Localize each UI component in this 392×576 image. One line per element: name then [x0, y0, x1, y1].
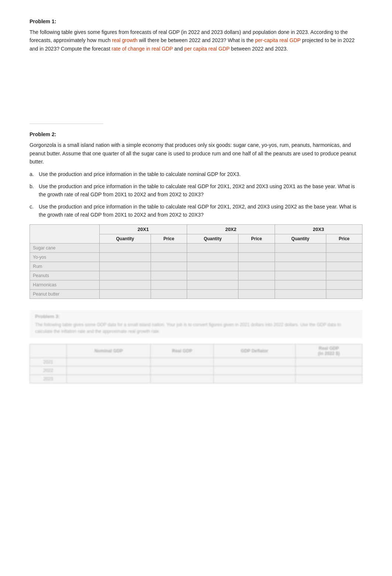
table-row-peanutbutter: Peanut butter [30, 290, 362, 299]
section-divider [30, 124, 103, 124]
problem-1-title: Problem 1: [30, 18, 362, 24]
table-cell-rum-label: Rum [30, 262, 100, 271]
p3-cell-2022-nominal [67, 366, 151, 375]
table-cell-harmonicas-label: Harmonicas [30, 280, 100, 290]
table-cell-pb-20x1-price [151, 290, 187, 299]
problem-3-section: Problem 3: The following table gives som… [30, 310, 362, 338]
problem-2-label-a: a. [30, 170, 39, 178]
problem-1-highlight-real-growth: real growth [112, 37, 137, 43]
p3-cell-2022-deflator [214, 366, 295, 375]
table-cell-pn-20x1-price [151, 271, 187, 280]
problem-2-text-c: Use the production and price information… [39, 203, 362, 219]
table-cell-yy-20x2-qty [187, 253, 238, 262]
problem-2-title: Problem 2: [30, 131, 362, 137]
problem-1-text-part-4: and [173, 46, 184, 52]
p3-cell-2022-real2022 [295, 366, 362, 375]
table-cell-pn-20x2-qty [187, 271, 238, 280]
table-cell-sugarcane-label: Sugar cane [30, 244, 100, 253]
table-cell-rum-20x3-qty [275, 262, 326, 271]
table-cell-yy-20x1-price [151, 253, 187, 262]
table-row-peanuts: Peanuts [30, 271, 362, 280]
table-cell-sc-20x2-qty [187, 244, 238, 253]
table-cell-rum-20x3-price [326, 262, 362, 271]
table-20x3-price-header: Price [326, 234, 362, 244]
p3-cell-2021-deflator [214, 358, 295, 366]
table-cell-yy-20x3-qty [275, 253, 326, 262]
table-cell-pb-20x1-qty [99, 290, 151, 299]
table-cell-hm-20x3-qty [275, 280, 326, 290]
table-cell-hm-20x1-price [151, 280, 187, 290]
table-cell-rum-20x2-qty [187, 262, 238, 271]
problem-2-intro: Gorgonzola is a small island nation with… [30, 141, 362, 166]
table-row-yoyos: Yo-yos [30, 253, 362, 262]
table-cell-pn-20x3-price [326, 271, 362, 280]
table-cell-pb-20x2-price [238, 290, 275, 299]
table-20x1-header: 20X1 [99, 225, 187, 234]
problem-2-label-b: b. [30, 182, 39, 199]
p3-cell-2021-real2022 [295, 358, 362, 366]
table-cell-sc-20x3-qty [275, 244, 326, 253]
table-cell-rum-20x1-price [151, 262, 187, 271]
p3-cell-2021-nominal [67, 358, 151, 366]
table-row-rum: Rum [30, 262, 362, 271]
p3-table-row-2023: 2023 [30, 375, 362, 383]
problem-2-item-a: a. Use the production and price informat… [30, 170, 362, 178]
table-20x1-price-header: Price [151, 234, 187, 244]
table-20x2-qty-header: Quantity [187, 234, 238, 244]
p3-cell-2023-real [151, 375, 214, 383]
table-cell-rum-20x1-qty [99, 262, 151, 271]
p3-cell-2021-label: 2021 [30, 358, 67, 366]
table-20x2-header: 20X2 [187, 225, 275, 234]
p3-table-year-header [30, 344, 67, 358]
bottom-spacer [30, 383, 362, 457]
p3-table-row-2021: 2021 [30, 358, 362, 366]
problem-2-item-c: c. Use the production and price informat… [30, 203, 362, 219]
p3-cell-2023-nominal [67, 375, 151, 383]
problem-2-section: Problem 2: Gorgonzola is a small island … [30, 131, 362, 299]
problem-2-text-b: Use the production and price information… [39, 182, 362, 199]
problem-2-item-b: b. Use the production and price informat… [30, 182, 362, 199]
problem-1-highlight-per-capita: per-capita real GDP [255, 37, 300, 43]
table-cell-pn-20x2-price [238, 271, 275, 280]
table-cell-pn-20x3-qty [275, 271, 326, 280]
problem-1-text-part-5: between 2022 and 2023. [230, 46, 288, 52]
p3-cell-2023-label: 2023 [30, 375, 67, 383]
problem-3-table: Nominal GDP Real GDP GDP Deflator Real G… [30, 344, 362, 383]
p3-cell-2021-real [151, 358, 214, 366]
table-cell-peanutbutter-label: Peanut butter [30, 290, 100, 299]
problem-3-wrapper: Problem 3: The following table gives som… [30, 310, 362, 383]
table-cell-yy-20x3-price [326, 253, 362, 262]
table-20x1-qty-header: Quantity [99, 234, 151, 244]
problem-2-label-c: c. [30, 203, 39, 219]
table-20x3-header: 20X3 [275, 225, 362, 234]
p3-cell-2023-real2022 [295, 375, 362, 383]
table-row-sugarcane: Sugar cane [30, 244, 362, 253]
table-cell-yy-20x1-qty [99, 253, 151, 262]
table-goods-header [30, 225, 100, 244]
table-row-harmonicas: Harmonicas [30, 280, 362, 290]
p3-table-real-header: Real GDP [151, 344, 214, 358]
table-cell-hm-20x1-qty [99, 280, 151, 290]
table-cell-hm-20x2-qty [187, 280, 238, 290]
table-cell-sc-20x2-price [238, 244, 275, 253]
p3-table-real2022-header: Real GDP(in 2022 $) [295, 344, 362, 358]
table-cell-rum-20x2-price [238, 262, 275, 271]
table-20x3-qty-header: Quantity [275, 234, 326, 244]
problem-1-section: Problem 1: The following table gives som… [30, 18, 362, 113]
table-cell-yy-20x2-price [238, 253, 275, 262]
problem-1-table-space [30, 57, 362, 113]
page-container: Problem 1: The following table gives som… [0, 0, 392, 476]
problem-1-highlight-rate-of-change: rate of change in real GDP [112, 46, 173, 52]
problem-2-table: 20X1 20X2 20X3 Quantity Price Quantity P… [30, 224, 362, 299]
p3-cell-2023-deflator [214, 375, 295, 383]
problem-3-text: The following table gives some GDP data … [35, 321, 357, 335]
p3-table-nominal-header: Nominal GDP [67, 344, 151, 358]
table-cell-yoyos-label: Yo-yos [30, 253, 100, 262]
p3-cell-2022-label: 2022 [30, 366, 67, 375]
p3-table-row-2022: 2022 [30, 366, 362, 375]
table-cell-sc-20x1-qty [99, 244, 151, 253]
table-cell-sc-20x3-price [326, 244, 362, 253]
table-cell-pb-20x3-price [326, 290, 362, 299]
problem-1-highlight-per-capita-2: per capita real GDP [184, 46, 230, 52]
table-cell-pb-20x2-qty [187, 290, 238, 299]
